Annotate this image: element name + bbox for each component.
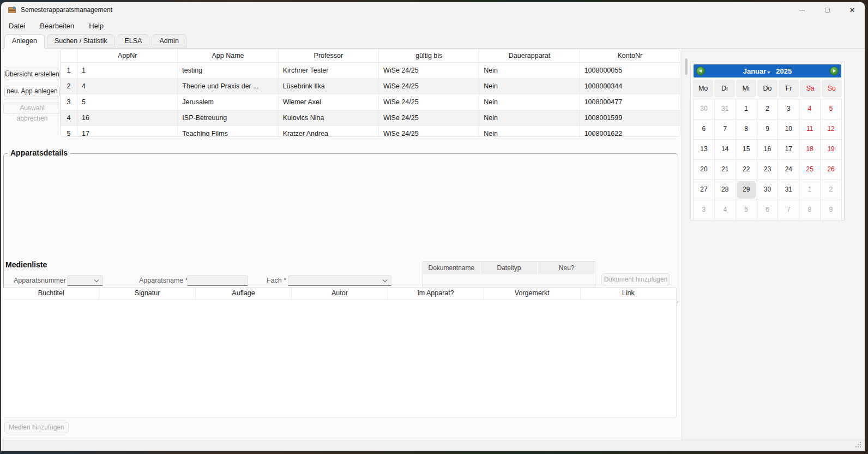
calendar-date-cell[interactable]: 7 <box>778 200 799 220</box>
calendar-date-cell[interactable]: 27 <box>694 180 714 200</box>
calendar-date-cell[interactable]: 4 <box>799 99 820 119</box>
tab-suchen-statistik[interactable]: Suchen / Statistik <box>47 34 115 47</box>
apparatsname-input[interactable] <box>187 275 248 286</box>
medienliste-header: BuchtitelSignaturAuflageAutorim Apparat?… <box>3 288 676 300</box>
calendar-date-number: 16 <box>758 141 777 158</box>
calendar-date-cell[interactable]: 17 <box>778 140 799 159</box>
doc-column-header-dateityp[interactable]: Dateityp <box>481 262 539 274</box>
column-header-gültig-bis[interactable]: gültig bis <box>378 49 479 62</box>
calendar-date-cell[interactable]: 7 <box>715 120 736 139</box>
apps-table-row[interactable]: 517Teaching FilmsKratzer AndreaWiSe 24/2… <box>61 126 680 137</box>
apps-table-row[interactable]: 416ISP-BetreuungKulovics NinaWiSe 24/25N… <box>61 110 680 126</box>
calendar-date-cell[interactable]: 21 <box>715 160 736 180</box>
media-column-header-auflage[interactable]: Auflage <box>196 288 292 299</box>
table-cell: Teaching Films <box>177 126 278 137</box>
calendar-date-cell[interactable]: 14 <box>715 140 736 159</box>
calendar-date-cell[interactable]: 16 <box>757 140 778 159</box>
fach-select[interactable] <box>288 275 391 286</box>
table-cell: Kulovics Nina <box>278 110 378 126</box>
calendar-date-cell[interactable]: 15 <box>736 140 757 159</box>
calendar-date-cell[interactable]: 24 <box>778 160 799 180</box>
calendar-date-cell[interactable]: 28 <box>715 180 736 200</box>
calendar-date-number: 10 <box>779 121 798 138</box>
menu-item-datei[interactable]: Datei <box>9 22 25 30</box>
menu-item-bearbeiten[interactable]: Bearbeiten <box>40 22 74 30</box>
media-column-header-buchtitel[interactable]: Buchtitel <box>3 288 99 299</box>
apparatsnummer-select[interactable] <box>67 275 103 286</box>
calendar-date-cell[interactable]: 6 <box>694 120 714 139</box>
tab-elsa[interactable]: ELSA <box>117 34 149 47</box>
calendar-date-cell[interactable]: 18 <box>799 140 820 159</box>
calendar-date-cell[interactable]: 30 <box>757 180 778 200</box>
calendar-date-cell[interactable]: 3 <box>694 200 714 220</box>
column-header-kontonr[interactable]: KontoNr <box>580 49 680 62</box>
table-cell: Nein <box>479 63 579 78</box>
media-column-header-vorgemerkt[interactable]: Vorgemerkt <box>484 288 580 299</box>
calendar-date-cell[interactable]: 1 <box>799 180 820 200</box>
column-header-dauerapparat[interactable]: Dauerapparat <box>479 49 579 62</box>
calendar-date-cell[interactable]: 19 <box>821 140 841 159</box>
calendar-date-cell[interactable]: 10 <box>778 120 799 139</box>
calendar-date-cell[interactable]: 5 <box>736 200 757 220</box>
calendar-date-cell[interactable]: 3 <box>778 99 799 119</box>
calendar-date-cell[interactable]: 23 <box>757 160 778 180</box>
table-cell: testing <box>177 63 278 78</box>
calendar-date-cell[interactable]: 8 <box>736 120 757 139</box>
calendar-date-number: 19 <box>822 141 840 158</box>
calendar-date-cell[interactable]: 13 <box>694 140 714 159</box>
apps-table-row[interactable]: 11testingKirchner TesterWiSe 24/25Nein10… <box>61 63 680 79</box>
media-column-header-autor[interactable]: Autor <box>292 288 388 299</box>
calendar-date-cell[interactable]: 9 <box>757 120 778 139</box>
chevron-down-icon <box>94 278 99 282</box>
media-column-header-im-apparat[interactable]: im Apparat? <box>388 288 484 299</box>
calendar-date-cell[interactable]: 12 <box>821 120 841 139</box>
doc-column-header-dokumentname[interactable]: Dokumentname <box>423 262 481 274</box>
close-button[interactable]: ✕ <box>840 2 865 17</box>
calendar-date-cell[interactable]: 8 <box>799 200 820 220</box>
apps-table-row[interactable]: 24Theorie und Praxis der ...Lüsebrink Il… <box>61 79 680 94</box>
calendar-date-cell[interactable]: 1 <box>736 99 757 119</box>
calendar-date-cell[interactable]: 2 <box>757 99 778 119</box>
calendar-date-cell[interactable]: 6 <box>757 200 778 220</box>
calendar-date-cell[interactable]: 9 <box>821 200 841 220</box>
minimize-button[interactable] <box>789 2 815 17</box>
column-header-app-name[interactable]: App Name <box>177 49 278 62</box>
medien-hinzufuegen-button[interactable]: Medien hinzufügen <box>4 422 69 433</box>
column-header-professor[interactable]: Professor <box>278 49 378 62</box>
auswahl-abbrechen-button[interactable]: Auswahl abbrechen <box>3 103 61 114</box>
dokument-hinzufuegen-button[interactable]: Dokument hinzufügen <box>601 273 670 285</box>
apps-table: AppNrApp NameProfessorgültig bisDauerapp… <box>60 49 680 137</box>
calendar-date-cell[interactable]: 25 <box>799 160 820 180</box>
next-month-button[interactable] <box>830 67 839 75</box>
calendar-date-number: 28 <box>716 181 734 199</box>
table-cell: 1008000055 <box>580 63 680 78</box>
calendar-date-cell[interactable]: 22 <box>736 160 757 180</box>
media-column-header-link[interactable]: Link <box>581 288 676 299</box>
doc-column-header-neu[interactable]: Neu? <box>538 262 595 274</box>
calendar-date-cell[interactable]: 30 <box>694 99 714 119</box>
calendar-date-cell[interactable]: 2 <box>821 180 841 200</box>
calendar-date-cell[interactable]: 20 <box>694 160 714 180</box>
prev-month-button[interactable] <box>696 67 705 75</box>
maximize-button[interactable] <box>815 2 840 17</box>
column-header-appnr[interactable]: AppNr <box>77 49 177 62</box>
calendar-date-cell[interactable]: 29 <box>736 180 757 200</box>
calendar-date-cell[interactable]: 31 <box>778 180 799 200</box>
calendar-date-cell[interactable]: 26 <box>821 160 841 180</box>
übersicht-erstellen-button[interactable]: Übersicht erstellen <box>4 69 60 80</box>
media-column-header-signatur[interactable]: Signatur <box>99 288 195 299</box>
tab-admin[interactable]: Admin <box>152 34 186 47</box>
calendar-month-year[interactable]: Januar 2025 <box>743 67 792 75</box>
tab-anlegen[interactable]: Anlegen <box>4 34 45 49</box>
calendar-date-cell[interactable]: 31 <box>715 99 736 119</box>
calendar-date-cell[interactable]: 5 <box>821 99 841 119</box>
row-number: 4 <box>61 110 77 126</box>
calendar-date-cell[interactable]: 4 <box>715 200 736 220</box>
resize-grip-icon[interactable] <box>855 442 862 449</box>
neu-app-anlegen-button[interactable]: neu. App anlegen <box>4 86 60 97</box>
apps-table-row[interactable]: 35JerusalemWiemer AxelWiSe 24/25Nein1008… <box>61 94 680 110</box>
menu-item-help[interactable]: Help <box>89 22 104 30</box>
calendar-date-cell[interactable]: 11 <box>799 120 820 139</box>
apps-table-scrollbar[interactable] <box>685 58 688 75</box>
calendar-weekday-mo: Mo <box>693 80 713 97</box>
